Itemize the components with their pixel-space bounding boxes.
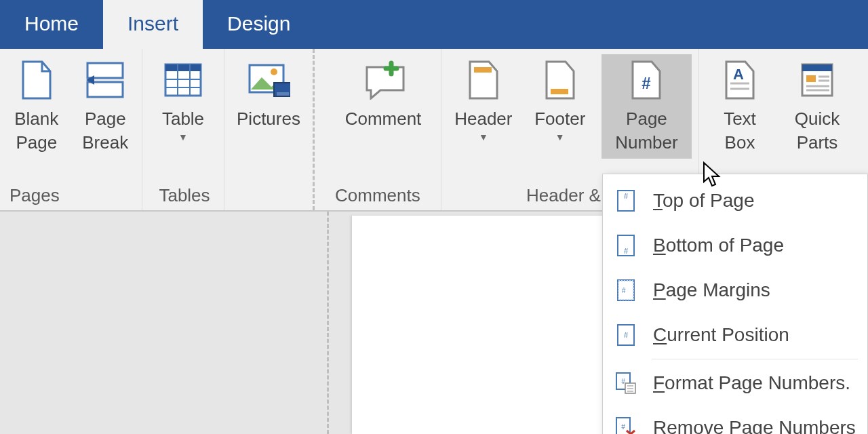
chevron-down-icon: ▼ — [479, 131, 488, 144]
mouse-cursor — [703, 161, 722, 193]
table-button[interactable]: Table ▼ — [149, 58, 217, 144]
quick-parts-button[interactable]: Quick Parts — [783, 58, 851, 155]
chevron-down-icon: ▼ — [555, 131, 565, 144]
quick-parts-label: Quick Parts — [795, 107, 840, 155]
page-break-label: Page Break — [82, 107, 128, 155]
top-of-page-icon: # — [614, 189, 638, 213]
comment-button[interactable]: Comment — [332, 58, 434, 131]
svg-text:#: # — [624, 247, 629, 255]
text-box-label: Text Box — [724, 107, 756, 155]
pictures-label: Pictures — [237, 107, 300, 131]
page-number-menu: # Top of Page # Bottom of Page # Page Ma… — [602, 174, 868, 434]
svg-rect-3 — [165, 64, 201, 71]
footer-label: Footer — [534, 107, 585, 131]
chevron-down-icon: ▼ — [178, 131, 188, 144]
svg-rect-11 — [277, 92, 289, 96]
group-comments: Comment Comments — [313, 49, 441, 210]
table-icon — [161, 58, 205, 102]
footer-icon — [538, 58, 582, 102]
group-illustrations: Pictures — [224, 49, 313, 210]
page-break-button[interactable]: Page Break — [76, 58, 136, 155]
page-number-icon: # — [625, 58, 668, 102]
svg-text:#: # — [624, 331, 629, 339]
svg-text:A: A — [733, 66, 744, 83]
bottom-of-page-icon: # — [614, 233, 638, 258]
remove-page-numbers-icon: # — [614, 416, 638, 434]
tab-design[interactable]: Design — [203, 0, 315, 49]
svg-rect-29 — [618, 280, 634, 300]
svg-text:#: # — [622, 287, 626, 294]
page-break-icon — [83, 58, 127, 102]
header-button[interactable]: Header ▼ — [448, 58, 519, 144]
pictures-button[interactable]: Pictures — [231, 58, 306, 131]
menu-remove-page-numbers[interactable]: # Remove Page Numbers — [603, 406, 867, 434]
menu-separator — [652, 359, 858, 359]
svg-rect-19 — [802, 64, 832, 71]
group-pages-label: Pages — [7, 182, 135, 210]
group-pages: Blank Page Page Break Pages — [0, 49, 142, 210]
current-position-icon: # — [614, 323, 638, 347]
quick-parts-icon — [795, 58, 839, 102]
svg-text:#: # — [621, 423, 625, 431]
blank-page-button[interactable]: Blank Page — [7, 58, 66, 155]
pictures-icon — [247, 58, 290, 102]
menu-page-margins[interactable]: # Page Margins — [603, 268, 867, 313]
svg-rect-13 — [551, 89, 568, 94]
menu-remove-label: Remove Page Numbers — [653, 417, 856, 434]
page-number-label: Page Number — [615, 107, 677, 155]
svg-rect-0 — [87, 63, 123, 78]
text-box-button[interactable]: A Text Box — [706, 58, 774, 155]
table-label: Table — [162, 107, 204, 131]
svg-rect-1 — [87, 82, 123, 97]
comment-label: Comment — [345, 107, 422, 131]
header-label: Header — [454, 107, 512, 131]
tab-insert[interactable]: Insert — [103, 0, 203, 49]
menu-bottom-of-page[interactable]: # Bottom of Page — [603, 223, 867, 268]
svg-point-9 — [271, 68, 277, 75]
group-tables-label: Tables — [149, 182, 217, 210]
menu-current-position[interactable]: # Current Position — [603, 313, 867, 357]
menu-bottom-label: Bottom of Page — [653, 235, 784, 256]
page-gutter — [0, 212, 329, 434]
ribbon-tabs: Home Insert Design — [0, 0, 868, 49]
menu-top-of-page[interactable]: # Top of Page — [603, 178, 867, 223]
page-margins-icon: # — [614, 278, 638, 302]
svg-rect-12 — [474, 67, 492, 73]
menu-margins-label: Page Margins — [653, 279, 770, 301]
header-icon — [462, 58, 505, 102]
footer-button[interactable]: Footer ▼ — [528, 58, 592, 144]
menu-format-page-numbers[interactable]: # Format Page Numbers. — [603, 361, 867, 406]
page-number-button[interactable]: # Page Number — [601, 54, 692, 159]
comment-icon — [361, 58, 405, 102]
svg-rect-20 — [806, 75, 816, 82]
blank-page-label: Blank Page — [14, 107, 58, 155]
group-comments-label: Comments — [332, 182, 434, 210]
menu-current-label: Current Position — [653, 324, 789, 346]
blank-page-icon — [15, 58, 58, 102]
svg-text:#: # — [624, 192, 629, 200]
menu-format-label: Format Page Numbers. — [653, 372, 850, 394]
text-box-icon: A — [718, 58, 762, 102]
svg-text:#: # — [642, 74, 651, 92]
group-tables: Table ▼ Tables — [142, 49, 224, 210]
tab-home[interactable]: Home — [0, 0, 103, 49]
format-page-numbers-icon: # — [614, 371, 638, 395]
